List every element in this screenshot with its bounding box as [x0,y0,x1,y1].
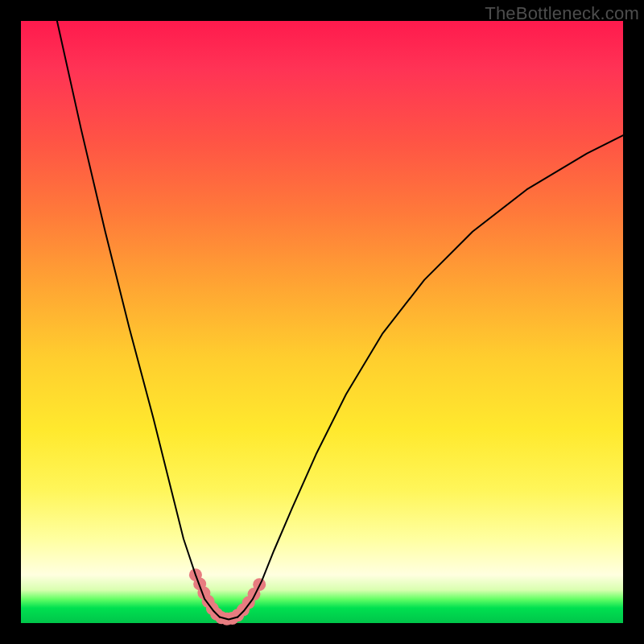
line-layer [57,21,623,620]
series-right-branch [237,135,623,617]
series-left-branch [57,21,220,617]
watermark-text: TheBottleneck.com [485,3,639,24]
chart-svg [21,21,623,623]
plot-area [21,21,623,623]
chart-frame: TheBottleneck.com [0,0,644,644]
